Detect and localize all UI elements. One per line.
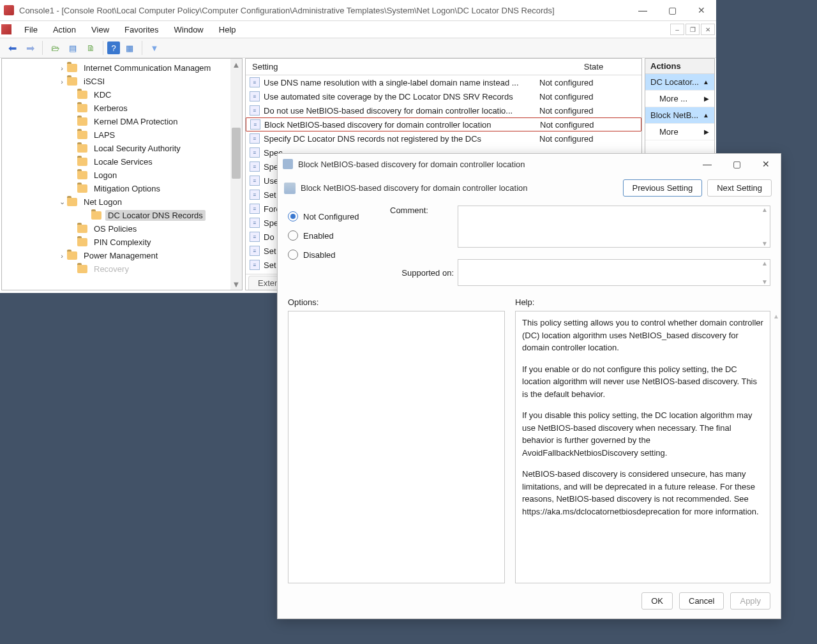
radio-enabled[interactable]: Enabled bbox=[288, 226, 377, 245]
setting-row[interactable]: ≡Use DNS name resolution with a single-l… bbox=[246, 75, 641, 89]
dialog-title: Block NetBIOS-based discovery for domain… bbox=[298, 160, 693, 169]
folder-icon bbox=[77, 91, 87, 99]
toolbar-separator bbox=[42, 41, 43, 55]
col-state[interactable]: State bbox=[546, 59, 641, 75]
setting-icon: ≡ bbox=[250, 105, 260, 116]
dialog-header: Block NetBIOS-based discovery for domain… bbox=[278, 174, 781, 203]
export-list-button[interactable]: 🗎 bbox=[82, 40, 99, 56]
dialog-titlebar[interactable]: Block NetBIOS-based discovery for domain… bbox=[278, 154, 781, 174]
tree-item[interactable]: Local Security Authority bbox=[3, 142, 230, 155]
previous-setting-button[interactable]: Previous Setting bbox=[623, 179, 703, 197]
scroll-down-icon[interactable]: ▼ bbox=[761, 278, 768, 285]
setting-icon: ≡ bbox=[250, 176, 260, 186]
mdi-close-button[interactable]: ✕ bbox=[701, 24, 715, 35]
action-label: More ... bbox=[659, 94, 687, 103]
scroll-up-icon[interactable]: ▲ bbox=[761, 260, 768, 267]
mdi-minimize-button[interactable]: – bbox=[670, 24, 684, 35]
setting-row[interactable]: ≡Block NetBIOS-based discovery for domai… bbox=[246, 117, 641, 131]
titlebar[interactable]: Console1 - [Console Root\Local Computer … bbox=[0, 0, 716, 21]
minimize-button[interactable]: — bbox=[628, 0, 657, 20]
setting-name: Use DNS name resolution with a single-la… bbox=[264, 78, 532, 87]
tree-item[interactable]: Recovery bbox=[3, 262, 230, 276]
cancel-button[interactable]: Cancel bbox=[679, 592, 724, 610]
help-paragraph: NetBIOS-based discovery is considered un… bbox=[522, 468, 763, 518]
tree-item[interactable]: ›iSCSI bbox=[3, 75, 230, 88]
tree-item-label: DC Locator DNS Records bbox=[105, 210, 206, 221]
tree-item[interactable]: Kernel DMA Protection bbox=[3, 115, 230, 128]
tree-item[interactable]: Kerberos bbox=[3, 101, 230, 115]
tree-item[interactable]: PIN Complexity bbox=[3, 236, 230, 249]
ok-button[interactable]: OK bbox=[641, 592, 673, 610]
dialog-maximize-button[interactable]: ▢ bbox=[722, 154, 751, 174]
setting-row[interactable]: ≡Specify DC Locator DNS records not regi… bbox=[246, 131, 641, 146]
tree-item-label: Net Logon bbox=[81, 197, 124, 207]
mdi-restore-button[interactable]: ❐ bbox=[686, 24, 700, 35]
chevron-right-icon[interactable]: › bbox=[57, 64, 67, 72]
action-item[interactable]: More▶ bbox=[645, 124, 714, 140]
folder-icon bbox=[77, 225, 87, 233]
chevron-down-icon[interactable]: ⌄ bbox=[57, 198, 67, 206]
close-button[interactable]: ✕ bbox=[687, 0, 716, 20]
maximize-button[interactable]: ▢ bbox=[657, 0, 687, 20]
up-folder-button[interactable]: 🗁 bbox=[47, 40, 63, 56]
chevron-right-icon[interactable]: › bbox=[57, 78, 67, 86]
tree-item[interactable]: KDC bbox=[3, 88, 230, 101]
scroll-down-icon[interactable]: ▼ bbox=[230, 278, 242, 290]
supported-label: Supported on: bbox=[390, 268, 454, 278]
tree-scrollbar[interactable]: ▲ ▼ bbox=[230, 59, 242, 290]
dialog-close-button[interactable]: ✕ bbox=[751, 154, 781, 174]
tree-item[interactable]: OS Policies bbox=[3, 222, 230, 236]
state-radios: Not Configured Enabled Disabled bbox=[288, 206, 377, 286]
setting-icon: ≡ bbox=[250, 161, 260, 172]
setting-row[interactable]: ≡Use automated site coverage by the DC L… bbox=[246, 89, 641, 103]
folder-icon bbox=[77, 184, 87, 193]
tree-item[interactable]: Locale Services bbox=[3, 155, 230, 168]
tree-item[interactable]: ›Internet Communication Managem bbox=[3, 61, 230, 75]
next-setting-button[interactable]: Next Setting bbox=[707, 179, 772, 197]
setting-row[interactable]: ≡Do not use NetBIOS-based discovery for … bbox=[246, 103, 641, 117]
menu-help[interactable]: Help bbox=[211, 24, 244, 36]
menu-window[interactable]: Window bbox=[167, 24, 211, 36]
dialog-minimize-button[interactable]: — bbox=[693, 154, 722, 174]
tree-item-label: PIN Complexity bbox=[91, 237, 154, 248]
folder-icon bbox=[77, 117, 87, 126]
scroll-up-icon[interactable]: ▲ bbox=[773, 313, 779, 320]
radio-not-configured[interactable]: Not Configured bbox=[288, 207, 377, 226]
action-item[interactable]: DC Locator...▲ bbox=[645, 74, 714, 91]
setting-name: Block NetBIOS-based discovery for domain… bbox=[264, 120, 532, 130]
tree[interactable]: ›Internet Communication Managem›iSCSIKDC… bbox=[2, 59, 230, 290]
tree-item[interactable]: DC Locator DNS Records bbox=[3, 209, 230, 222]
apply-button[interactable]: Apply bbox=[730, 592, 770, 610]
forward-button[interactable]: ➡ bbox=[22, 40, 38, 56]
back-button[interactable]: ⬅ bbox=[4, 40, 20, 56]
menu-file[interactable]: File bbox=[17, 24, 45, 36]
action-item[interactable]: Block NetB...▲ bbox=[645, 107, 714, 124]
tree-item-label: Locale Services bbox=[91, 156, 155, 167]
radio-disabled[interactable]: Disabled bbox=[288, 245, 377, 264]
policy-icon bbox=[283, 159, 293, 169]
filter-button[interactable]: ▼ bbox=[146, 40, 163, 56]
help-paragraph: If you disable this policy setting, the … bbox=[522, 409, 763, 459]
tree-item[interactable]: ›Power Management bbox=[3, 249, 230, 262]
tree-item[interactable]: Mitigation Options bbox=[3, 182, 230, 195]
tree-item[interactable]: ⌄Net Logon bbox=[3, 195, 230, 209]
menu-view[interactable]: View bbox=[84, 24, 117, 36]
col-setting[interactable]: Setting bbox=[246, 59, 546, 75]
menubar: File Action View Favorites Window Help –… bbox=[0, 21, 716, 38]
properties-button[interactable]: ▦ bbox=[121, 40, 138, 56]
action-item[interactable]: More ...▶ bbox=[645, 91, 714, 107]
scroll-down-icon[interactable]: ▼ bbox=[761, 240, 768, 247]
tree-item[interactable]: LAPS bbox=[3, 128, 230, 142]
scroll-up-icon[interactable]: ▲ bbox=[230, 59, 242, 70]
setting-state: Not configured bbox=[532, 92, 594, 101]
chevron-right-icon[interactable]: › bbox=[57, 252, 67, 260]
scroll-up-icon[interactable]: ▲ bbox=[761, 206, 768, 213]
radio-label: Enabled bbox=[303, 231, 334, 241]
tree-item[interactable]: Logon bbox=[3, 168, 230, 182]
menu-action[interactable]: Action bbox=[45, 24, 84, 36]
menu-favorites[interactable]: Favorites bbox=[117, 24, 166, 36]
help-button[interactable]: ? bbox=[107, 41, 120, 54]
show-tree-button[interactable]: ▤ bbox=[64, 40, 81, 56]
scroll-thumb[interactable] bbox=[232, 128, 241, 179]
comment-input[interactable]: ▲▼ bbox=[458, 206, 770, 248]
